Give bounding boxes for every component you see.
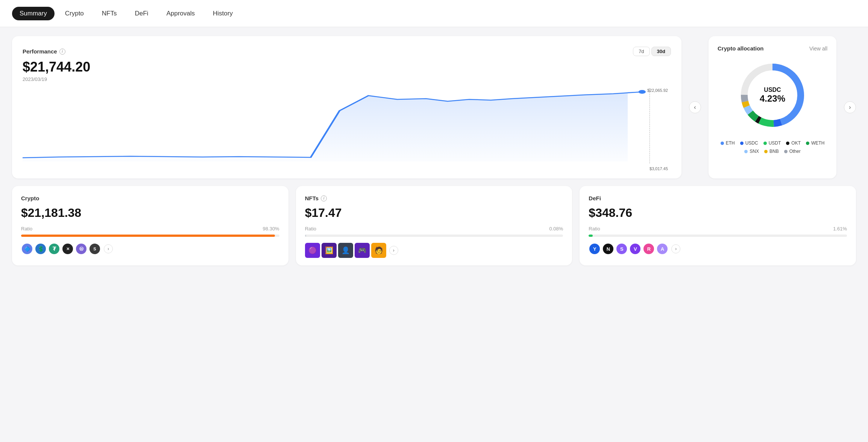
- legend-dot-usdc: [740, 142, 744, 145]
- token-icon-usdc: 💲: [35, 243, 47, 255]
- legend-label-usdt: USDT: [769, 140, 781, 146]
- nft-thumb-3: 👤: [338, 243, 353, 258]
- crypto-ratio-pct: 98.30%: [263, 226, 279, 232]
- alloc-prev-button[interactable]: ‹: [689, 101, 701, 113]
- legend-dot-okt: [786, 142, 789, 145]
- nft-thumb-5: 🧑: [371, 243, 386, 258]
- nav-nfts[interactable]: NFTs: [94, 7, 124, 20]
- nft-thumbnails: 🟣 🖼️ 👤 🎮 🧑 ›: [305, 243, 563, 258]
- crypto-ratio-row: Ratio 98.30%: [21, 226, 279, 232]
- nav-defi[interactable]: DeFi: [127, 7, 156, 20]
- nav-crypto[interactable]: Crypto: [58, 7, 91, 20]
- nav-summary[interactable]: Summary: [12, 7, 55, 20]
- nft-thumb-4: 🎮: [355, 243, 370, 258]
- donut-chart: USDC 4.23%: [735, 58, 810, 133]
- legend-label-usdc: USDC: [745, 140, 758, 146]
- performance-chart: $22,065.92 $3,017.45: [23, 88, 671, 171]
- bottom-row: Crypto $21,181.38 Ratio 98.30% 🔷 💲 ₮ ✕ Ⓦ…: [12, 186, 856, 265]
- perf-header: Performance i 7d 30d: [23, 47, 671, 56]
- legend-snx: SNX: [744, 149, 759, 154]
- nav-approvals[interactable]: Approvals: [159, 7, 202, 20]
- legend-label-other: Other: [789, 149, 801, 154]
- defi-ratio-pct: 1.61%: [833, 226, 847, 232]
- legend-label-snx: SNX: [750, 149, 759, 154]
- crypto-title-label: Crypto: [21, 195, 39, 201]
- nfts-progress-fill: [305, 235, 306, 237]
- crypto-progress-fill: [21, 235, 275, 237]
- legend-usdc: USDC: [740, 140, 758, 146]
- navigation: Summary Crypto NFTs DeFi Approvals Histo…: [0, 0, 868, 27]
- token-icon-weth: Ⓦ: [75, 243, 87, 255]
- time-7d[interactable]: 7d: [633, 47, 649, 56]
- defi-token-y: Y: [589, 243, 601, 255]
- legend-okt: OKT: [786, 140, 801, 146]
- crypto-amount: $21,181.38: [21, 206, 279, 220]
- legend-dot-weth: [806, 142, 809, 145]
- top-row: Performance i 7d 30d $21,744.20 2023/03/…: [12, 36, 856, 178]
- nav-history[interactable]: History: [205, 7, 240, 20]
- legend-usdt: USDT: [763, 140, 781, 146]
- nfts-ratio-row: Ratio 0.08%: [305, 226, 563, 232]
- chart-area-fill: [23, 92, 642, 162]
- performance-amount: $21,744.20: [23, 59, 671, 75]
- nfts-card-title: NFTs i: [305, 195, 563, 201]
- nfts-more-button[interactable]: ›: [389, 246, 398, 255]
- legend-dot-other: [784, 150, 788, 153]
- main-content: Performance i 7d 30d $21,744.20 2023/03/…: [0, 27, 868, 274]
- legend-weth: WETH: [806, 140, 824, 146]
- donut-pct-label: 4.23%: [760, 93, 785, 104]
- nfts-info-icon[interactable]: i: [321, 195, 327, 201]
- token-icon-usdt: ₮: [48, 243, 60, 255]
- time-filters: 7d 30d: [633, 47, 671, 56]
- alloc-next-button[interactable]: ›: [844, 101, 856, 113]
- legend-eth: ETH: [721, 140, 735, 146]
- crypto-card-title: Crypto: [21, 195, 279, 201]
- chart-end-dot: [639, 90, 646, 94]
- legend-dot-bnb: [764, 150, 768, 153]
- crypto-more-button[interactable]: ›: [104, 244, 113, 253]
- legend-other: Other: [784, 149, 801, 154]
- defi-title-label: DeFi: [589, 195, 601, 201]
- nfts-amount: $17.47: [305, 206, 563, 220]
- legend-dot-eth: [721, 142, 724, 145]
- nfts-card: NFTs i $17.47 Ratio 0.08% 🟣 🖼️ 👤 🎮 🧑 ›: [296, 186, 572, 265]
- nfts-title-label: NFTs: [305, 195, 319, 201]
- defi-progress-fill: [589, 235, 593, 237]
- defi-card: DeFi $348.76 Ratio 1.61% Y N S V R A ›: [580, 186, 856, 265]
- performance-date: 2023/03/19: [23, 76, 671, 82]
- nft-thumb-1: 🟣: [305, 243, 320, 258]
- defi-card-title: DeFi: [589, 195, 847, 201]
- token-icon-s: S: [89, 243, 101, 255]
- legend-label-bnb: BNB: [769, 149, 779, 154]
- defi-more-button[interactable]: ›: [671, 244, 680, 253]
- chart-dashed-line: [649, 88, 650, 163]
- chart-low-label: $3,017.45: [649, 166, 668, 171]
- view-all-button[interactable]: View all: [809, 46, 827, 52]
- nfts-ratio-pct: 0.08%: [549, 226, 563, 232]
- defi-token-n: N: [602, 243, 614, 255]
- time-30d[interactable]: 30d: [651, 47, 671, 56]
- token-icon-okt: ✕: [62, 243, 74, 255]
- nft-thumb-2: 🖼️: [322, 243, 337, 258]
- defi-amount: $348.76: [589, 206, 847, 220]
- legend-label-eth: ETH: [726, 140, 735, 146]
- allocation-header: Crypto allocation View all: [718, 45, 827, 52]
- defi-token-r: R: [643, 243, 655, 255]
- legend-label-weth: WETH: [811, 140, 824, 146]
- defi-token-icons: Y N S V R A ›: [589, 243, 847, 255]
- donut-token-label: USDC: [760, 87, 785, 93]
- defi-ratio-row: Ratio 1.61%: [589, 226, 847, 232]
- legend-dot-usdt: [763, 142, 767, 145]
- performance-card: Performance i 7d 30d $21,744.20 2023/03/…: [12, 36, 681, 178]
- allocation-title: Crypto allocation: [718, 45, 764, 52]
- defi-token-a: A: [656, 243, 668, 255]
- token-icon-eth: 🔷: [21, 243, 33, 255]
- performance-info-icon[interactable]: i: [59, 49, 65, 55]
- legend-bnb: BNB: [764, 149, 779, 154]
- crypto-progress-bar: [21, 235, 279, 237]
- perf-title: Performance i: [23, 48, 65, 55]
- legend-dot-snx: [744, 150, 748, 153]
- nfts-progress-bar: [305, 235, 563, 237]
- nfts-ratio-label: Ratio: [305, 226, 316, 232]
- defi-progress-bar: [589, 235, 847, 237]
